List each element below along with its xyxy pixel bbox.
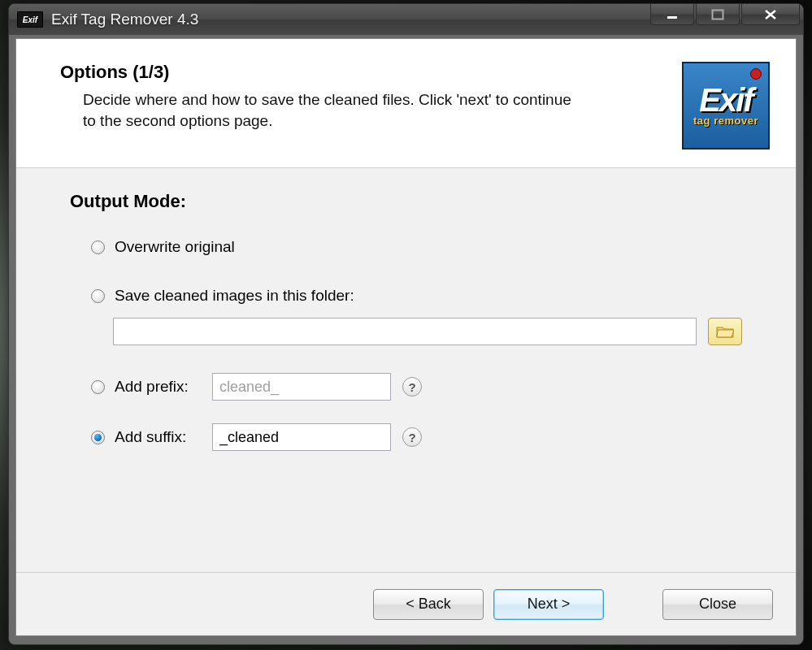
folder-path-input[interactable] [113,318,697,345]
svg-rect-0 [667,16,677,19]
back-button[interactable]: < Back [373,589,484,620]
overwrite-label: Overwrite original [115,238,235,256]
prefix-label: Add prefix: [115,378,212,396]
prefix-input[interactable] [212,373,391,401]
window-title: Exif Tag Remover 4.3 [51,11,650,28]
logo-text-small: tag remover [693,115,758,127]
close-window-button[interactable] [741,4,800,25]
logo-badge-icon [750,68,762,80]
minimize-button[interactable] [650,4,694,25]
page-title: Options (1/3) [60,62,666,83]
application-window: Exif Exif Tag Remover 4.3 Options (1/3) … [8,3,804,645]
svg-rect-1 [713,10,723,19]
logo-text-big: Exif [699,85,752,115]
app-icon: Exif [17,11,43,28]
suffix-label: Add suffix: [115,428,212,446]
wizard-body: Output Mode: Overwrite original Save cle… [16,168,796,490]
maximize-button[interactable] [696,4,740,25]
titlebar[interactable]: Exif Exif Tag Remover 4.3 [9,4,803,35]
question-icon: ? [408,380,415,394]
save-folder-label: Save cleaned images in this folder: [115,287,354,305]
suffix-input[interactable] [212,423,391,451]
wizard-footer: < Back Next > Close [16,572,796,635]
next-button[interactable]: Next > [493,589,604,620]
brand-logo: Exif tag remover [682,62,770,150]
option-prefix[interactable]: Add prefix: ? [70,373,742,401]
option-save-folder[interactable]: Save cleaned images in this folder: [70,284,742,308]
wizard-frame: Options (1/3) Decide where and how to sa… [15,38,797,636]
radio-save-folder[interactable] [91,289,105,303]
browse-folder-button[interactable] [708,318,742,345]
help-prefix-button[interactable]: ? [402,377,422,396]
page-description: Decide where and how to save the cleaned… [60,89,580,131]
question-icon: ? [408,431,415,444]
output-mode-label: Output Mode: [70,191,742,212]
help-suffix-button[interactable]: ? [402,427,422,447]
radio-prefix[interactable] [91,380,105,394]
close-button[interactable]: Close [662,589,773,620]
option-overwrite[interactable]: Overwrite original [70,235,742,259]
radio-overwrite[interactable] [91,240,105,254]
radio-suffix[interactable] [91,431,105,444]
wizard-header: Options (1/3) Decide where and how to sa… [16,39,796,168]
option-suffix[interactable]: Add suffix: ? [70,423,742,451]
folder-icon [716,325,734,338]
window-controls [650,4,800,25]
folder-row [70,318,742,345]
